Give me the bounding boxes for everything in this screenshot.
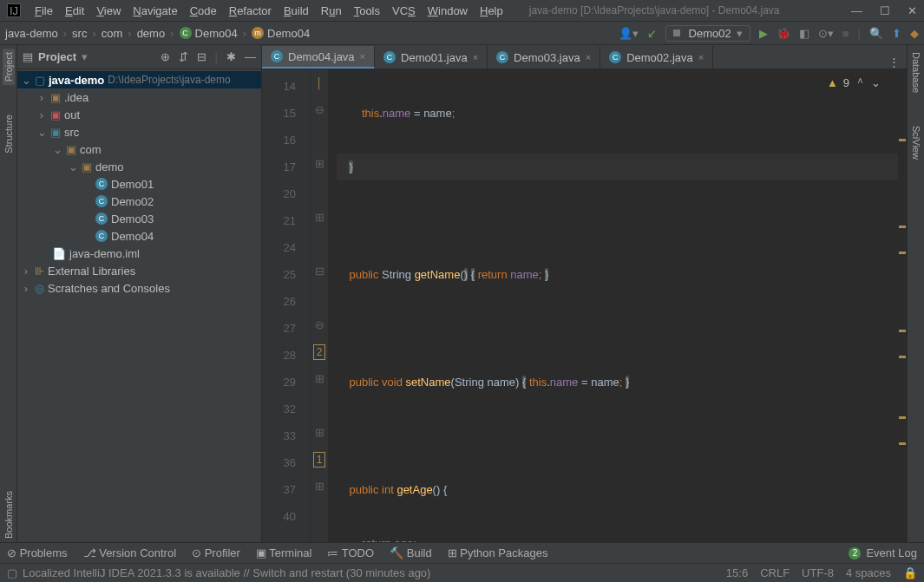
chevron-up-icon[interactable]: ＾ — [855, 75, 866, 90]
crumb-com[interactable]: com — [102, 27, 123, 40]
run-config-selector[interactable]: Demo02▾ — [665, 25, 750, 42]
menu-navigate[interactable]: Navigate — [128, 3, 182, 19]
run-icon[interactable]: ▶ — [759, 27, 768, 40]
tree-root[interactable]: ⌄▢ java-demo D:\IdeaProjects\java-demo — [17, 71, 261, 88]
tree-src[interactable]: ⌄▣src — [17, 123, 261, 141]
class-icon: C — [609, 51, 621, 63]
class-icon: C — [180, 27, 192, 39]
debug-icon[interactable]: 🐞 — [777, 27, 790, 40]
tool-sciview-tab[interactable]: SciView — [910, 122, 922, 163]
caret-pos[interactable]: 15:6 — [726, 566, 748, 579]
settings-icon[interactable]: ✱ — [226, 50, 236, 63]
chevron-down-icon[interactable]: ⌄ — [871, 76, 881, 89]
tree-scratches[interactable]: ›◎Scratches and Consoles — [17, 279, 261, 297]
tree-ext-libs[interactable]: ›⊪External Libraries — [17, 262, 261, 279]
crumb-project[interactable]: java-demo — [5, 27, 58, 40]
tab-demo01[interactable]: CDemo01.java× — [375, 46, 488, 69]
coverage-icon[interactable]: ◧ — [799, 27, 809, 40]
event-badge[interactable]: 2 — [849, 547, 861, 559]
tool-problems[interactable]: ⊘ Problems — [7, 546, 68, 559]
close-icon[interactable]: ✕ — [908, 4, 917, 17]
crumb-class[interactable]: Demo04 — [195, 27, 238, 40]
menu-window[interactable]: Window — [423, 3, 473, 19]
ide-icon[interactable]: ◆ — [910, 27, 919, 40]
code-content[interactable]: this.name = name; } public String getNam… — [328, 69, 898, 542]
tree-iml[interactable]: 📄java-demo.iml — [17, 245, 261, 262]
tree-file-demo01[interactable]: CDemo01 — [17, 175, 261, 193]
inspection-indicator[interactable]: ▲9 ＾ ⌄ — [827, 75, 881, 90]
code-editor[interactable]: ▲9 ＾ ⌄ 14 15 16 17 20 21 24 25 26 27 28 … — [262, 69, 907, 542]
menu-refactor[interactable]: Refactor — [224, 3, 277, 19]
search-icon[interactable]: 🔍 — [869, 27, 883, 40]
tabs-more-icon[interactable]: ⋮ — [881, 56, 907, 69]
menu-view[interactable]: View — [91, 3, 126, 19]
menu-help[interactable]: Help — [475, 3, 508, 19]
class-icon: C — [383, 51, 396, 63]
tab-demo02[interactable]: CDemo02.java× — [600, 46, 713, 69]
error-stripe[interactable] — [898, 69, 907, 542]
select-opened-icon[interactable]: ⊕ — [161, 50, 170, 63]
tree-com[interactable]: ⌄▣com — [17, 141, 261, 158]
class-icon: C — [271, 50, 283, 62]
maximize-icon[interactable]: ☐ — [880, 4, 890, 17]
marker-2[interactable]: 2 — [313, 344, 326, 360]
tree-demo[interactable]: ⌄▣demo — [17, 158, 261, 175]
tab-demo03[interactable]: CDemo03.java× — [488, 46, 600, 69]
project-tree[interactable]: ⌄▢ java-demo D:\IdeaProjects\java-demo ›… — [17, 69, 261, 542]
close-tab-icon[interactable]: × — [586, 52, 591, 62]
menu-build[interactable]: Build — [279, 3, 314, 19]
crumb-method[interactable]: Demo04 — [267, 27, 310, 40]
minimize-icon[interactable]: — — [851, 4, 862, 17]
sync-icon[interactable]: ⬆ — [892, 27, 901, 40]
hammer-icon[interactable]: ↙ — [647, 27, 657, 40]
tree-file-demo03[interactable]: CDemo03 — [17, 210, 261, 227]
method-icon: m — [252, 27, 264, 39]
marker-1[interactable]: 1 — [313, 452, 326, 468]
close-tab-icon[interactable]: × — [360, 51, 365, 62]
tool-vcs[interactable]: ⎇ Version Control — [83, 546, 177, 559]
menu-run[interactable]: Run — [316, 3, 347, 19]
menu-tools[interactable]: Tools — [349, 3, 385, 19]
editor-tabs: CDemo04.java× CDemo01.java× CDemo03.java… — [262, 45, 907, 69]
tool-terminal[interactable]: ▣ Terminal — [256, 546, 312, 559]
crumb-demo[interactable]: demo — [137, 27, 166, 40]
tool-todo[interactable]: ≔ TODO — [327, 546, 374, 559]
breadcrumb[interactable]: java-demo› src› com› demo› C Demo04› m D… — [5, 27, 310, 40]
expand-all-icon[interactable]: ⇵ — [179, 50, 188, 63]
tool-profiler[interactable]: ⊙ Profiler — [192, 546, 240, 559]
menu-edit[interactable]: Edit — [60, 3, 89, 19]
menu-file[interactable]: File — [29, 3, 58, 19]
tool-bookmarks-tab[interactable]: Bookmarks — [3, 487, 15, 542]
lock-icon[interactable]: 🔒 — [903, 566, 917, 579]
tree-out[interactable]: ›▣out — [17, 106, 261, 123]
tool-python[interactable]: ⊞ Python Packages — [448, 546, 548, 559]
project-panel: ▤ Project ▾ ⊕ ⇵ ⊟ | ✱ — ⌄▢ java-demo D:\… — [17, 45, 262, 542]
indent[interactable]: 4 spaces — [846, 566, 891, 579]
tree-file-demo02[interactable]: CDemo02 — [17, 193, 261, 210]
stop-icon[interactable]: ■ — [842, 27, 849, 40]
tool-project-tab[interactable]: Project — [3, 49, 15, 85]
menu-code[interactable]: Code — [185, 3, 222, 19]
menu-vcs[interactable]: VCS — [387, 3, 421, 19]
event-log[interactable]: Event Log — [866, 546, 917, 559]
tree-file-demo04[interactable]: CDemo04 — [17, 227, 261, 245]
status-icon[interactable]: ▢ — [7, 566, 17, 579]
add-user-icon[interactable]: 👤▾ — [619, 27, 639, 40]
tool-database-tab[interactable]: Database — [910, 49, 922, 96]
crumb-src[interactable]: src — [72, 27, 87, 40]
tab-demo04[interactable]: CDemo04.java× — [262, 46, 375, 69]
line-sep[interactable]: CRLF — [760, 566, 790, 579]
collapse-all-icon[interactable]: ⊟ — [197, 50, 206, 63]
panel-title[interactable]: Project — [38, 50, 76, 63]
line-gutter[interactable]: 14 15 16 17 20 21 24 25 26 27 28 29 32 3… — [262, 69, 311, 542]
tool-structure-tab[interactable]: Structure — [3, 111, 15, 157]
tool-build[interactable]: 🔨 Build — [390, 546, 432, 559]
encoding[interactable]: UTF-8 — [802, 566, 834, 579]
close-tab-icon[interactable]: × — [698, 52, 704, 62]
profile-icon[interactable]: ⊙▾ — [818, 27, 834, 40]
fold-gutter[interactable]: │ ⊖ ⊞ ⊞ ⊟ ⊖ 2 ⊞ ⊞ 1 ⊞ — [311, 69, 328, 542]
close-tab-icon[interactable]: × — [473, 52, 478, 62]
status-message[interactable]: Localized IntelliJ IDEA 2021.3.3 is avai… — [23, 566, 430, 579]
hide-panel-icon[interactable]: — — [245, 50, 256, 63]
tree-idea[interactable]: ›▣.idea — [17, 88, 261, 106]
